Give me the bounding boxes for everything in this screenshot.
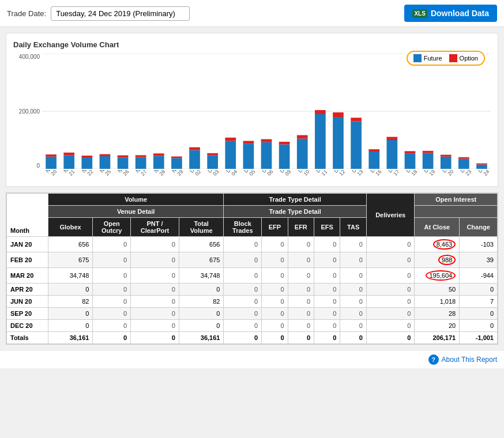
svg-rect-18 bbox=[171, 157, 182, 158]
data-table: Month Volume Trade Type Detail Deliverie… bbox=[6, 193, 498, 344]
svg-rect-51 bbox=[476, 165, 487, 169]
table-cell: 28 bbox=[415, 308, 460, 320]
table-cell: 0 bbox=[340, 284, 366, 296]
table-cell: MAR 20 bbox=[7, 268, 48, 284]
table-row: APR 200000000000500 bbox=[7, 284, 498, 296]
table-cell: 0 bbox=[262, 284, 288, 296]
totals-cell: 36,161 bbox=[179, 332, 224, 344]
table-cell: 0 bbox=[340, 296, 366, 308]
table-cell: 0 bbox=[366, 308, 415, 320]
table-cell: 82 bbox=[179, 296, 224, 308]
totals-cell: 0 bbox=[340, 332, 366, 344]
table-container: Month Volume Trade Type Detail Deliverie… bbox=[6, 192, 498, 345]
table-cell: 0 bbox=[314, 308, 340, 320]
table-cell: FEB 20 bbox=[7, 252, 48, 268]
table-cell: 0 bbox=[93, 284, 131, 296]
table-body: JAN 20656006560000008,463-103FEB 2067500… bbox=[7, 237, 498, 344]
table-cell: JUN 20 bbox=[7, 296, 48, 308]
x-axis-label: Nov 28 bbox=[151, 170, 170, 180]
table-cell: 1,018 bbox=[415, 296, 460, 308]
svg-rect-25 bbox=[243, 144, 254, 169]
table-cell: 0 bbox=[366, 252, 415, 268]
table-cell: 0 bbox=[224, 320, 262, 332]
download-button[interactable]: XLS Download Data bbox=[404, 5, 497, 22]
table-cell: 0 bbox=[262, 308, 288, 320]
table-cell: 0 bbox=[288, 284, 314, 296]
x-axis-label: Nov 26 bbox=[114, 170, 134, 180]
table-cell: 0 bbox=[179, 284, 224, 296]
svg-rect-8 bbox=[81, 156, 92, 157]
svg-rect-19 bbox=[189, 150, 200, 169]
col-block: Block Trades bbox=[224, 218, 262, 237]
table-cell: 0 bbox=[131, 308, 179, 320]
header-bar: Trade Date: Tuesday, 24 Dec 2019 (Prelim… bbox=[0, 0, 504, 27]
svg-rect-15 bbox=[153, 156, 164, 169]
table-cell: 39 bbox=[460, 252, 498, 268]
table-cell: DEC 20 bbox=[7, 320, 48, 332]
table-cell: 0 bbox=[224, 284, 262, 296]
download-label: Download Data bbox=[431, 9, 489, 18]
table-cell: 0 bbox=[460, 320, 498, 332]
col-header-deliveries: Deliveries bbox=[366, 194, 415, 237]
table-cell: 0 bbox=[366, 320, 415, 332]
y-label-mid: 200,000 bbox=[19, 108, 40, 115]
svg-rect-23 bbox=[225, 141, 236, 169]
x-axis-label: Dec 20 bbox=[439, 170, 458, 180]
help-icon: ? bbox=[428, 354, 439, 365]
x-axis-label: Nov 29 bbox=[168, 170, 188, 180]
col-efs: EFS bbox=[314, 218, 340, 237]
svg-rect-30 bbox=[279, 142, 290, 145]
svg-rect-12 bbox=[118, 156, 129, 158]
totals-cell: Totals bbox=[7, 332, 48, 344]
svg-rect-21 bbox=[207, 155, 218, 169]
svg-rect-24 bbox=[225, 138, 236, 141]
about-link[interactable]: ? About This Report bbox=[428, 354, 498, 365]
col-header-month: Month bbox=[7, 194, 48, 237]
table-cell: 0 bbox=[262, 296, 288, 308]
x-axis-label: Dec 23 bbox=[457, 170, 476, 180]
table-cell: 50 bbox=[415, 284, 460, 296]
svg-rect-10 bbox=[100, 154, 111, 157]
x-axis-label: Dec 10 bbox=[295, 170, 314, 180]
table-cell: 0 bbox=[131, 284, 179, 296]
svg-rect-50 bbox=[458, 157, 469, 159]
table-cell: 0 bbox=[314, 320, 340, 332]
table-row: FEB 206750067500000098839 bbox=[7, 252, 498, 268]
totals-cell: 0 bbox=[288, 332, 314, 344]
table-cell: 0 bbox=[366, 284, 415, 296]
table-cell: 7 bbox=[460, 296, 498, 308]
x-axis-label: Dec 04 bbox=[223, 170, 242, 180]
svg-rect-46 bbox=[423, 151, 434, 153]
table-cell: 0 bbox=[131, 320, 179, 332]
table-row: SEP 200000000000280 bbox=[7, 308, 498, 320]
trade-date-select[interactable]: Tuesday, 24 Dec 2019 (Preliminary) bbox=[51, 6, 190, 21]
svg-rect-7 bbox=[81, 157, 92, 169]
totals-cell: 0 bbox=[366, 332, 415, 344]
table-cell: 0 bbox=[131, 252, 179, 268]
svg-rect-43 bbox=[405, 154, 416, 169]
svg-rect-49 bbox=[458, 159, 469, 169]
svg-rect-48 bbox=[441, 155, 452, 157]
totals-cell: 0 bbox=[131, 332, 179, 344]
trade-date-wrapper: Trade Date: Tuesday, 24 Dec 2019 (Prelim… bbox=[7, 6, 190, 21]
svg-rect-6 bbox=[63, 153, 74, 156]
table-cell: 656 bbox=[179, 237, 224, 252]
svg-rect-38 bbox=[351, 118, 362, 121]
svg-rect-5 bbox=[63, 155, 74, 169]
table-cell: 0 bbox=[93, 268, 131, 284]
x-axis-label: Dec 17 bbox=[385, 170, 404, 180]
col-tas: TAS bbox=[340, 218, 366, 237]
chart-svg bbox=[42, 54, 491, 169]
svg-rect-35 bbox=[333, 117, 344, 169]
y-label-top: 400,000 bbox=[19, 54, 40, 60]
totals-cell: 36,161 bbox=[48, 332, 93, 344]
table-cell: 0 bbox=[224, 252, 262, 268]
totals-cell: 206,171 bbox=[415, 332, 460, 344]
table-cell: 0 bbox=[179, 320, 224, 332]
col-at-close: At Close bbox=[415, 218, 460, 237]
totals-cell: -1,001 bbox=[460, 332, 498, 344]
svg-rect-33 bbox=[315, 114, 326, 169]
table-cell: 0 bbox=[93, 320, 131, 332]
totals-row: Totals36,1610036,161000000206,171-1,001 bbox=[7, 332, 498, 344]
table-cell: 0 bbox=[48, 320, 93, 332]
